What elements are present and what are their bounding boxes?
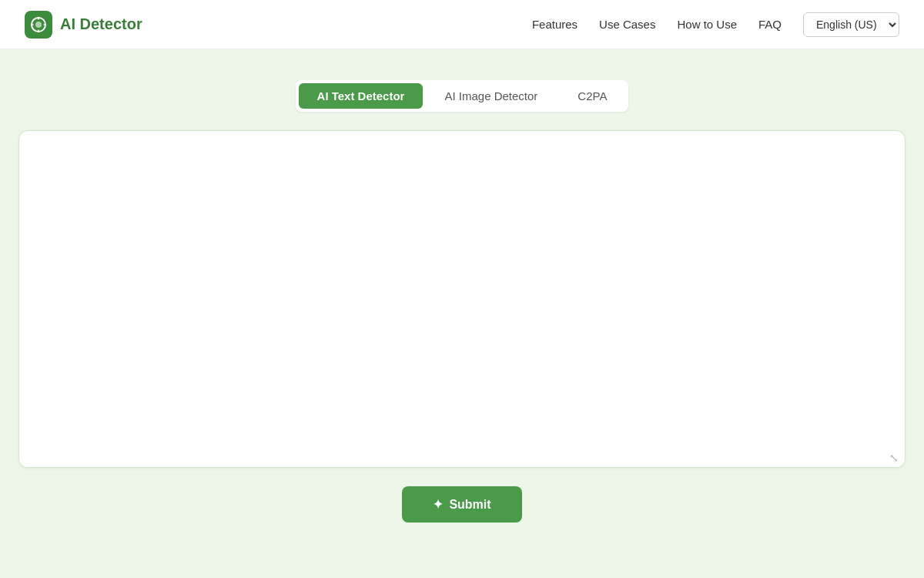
nav-faq[interactable]: FAQ	[758, 18, 782, 31]
header-nav: Features Use Cases How to Use FAQ Englis…	[532, 12, 899, 37]
textarea-wrapper: ⤡	[18, 130, 906, 468]
resize-icon: ⤡	[889, 452, 899, 464]
svg-point-1	[35, 22, 42, 28]
logo-icon	[25, 11, 52, 39]
nav-how-to-use[interactable]: How to Use	[677, 18, 737, 31]
main-content: AI Text Detector AI Image Detector C2PA …	[0, 49, 924, 578]
language-selector[interactable]: English (US) Spanish French German Chine…	[803, 12, 899, 37]
text-input[interactable]	[19, 131, 905, 445]
tab-c2pa[interactable]: C2PA	[559, 83, 625, 109]
tab-ai-image[interactable]: AI Image Detector	[426, 83, 556, 109]
nav-use-cases[interactable]: Use Cases	[599, 18, 655, 31]
submit-button[interactable]: ✦ Submit	[402, 486, 521, 523]
nav-features[interactable]: Features	[532, 18, 578, 31]
logo-svg	[30, 16, 47, 33]
tabs-container: AI Text Detector AI Image Detector C2PA	[296, 80, 629, 112]
tab-ai-text[interactable]: AI Text Detector	[299, 83, 424, 109]
submit-label: Submit	[449, 498, 490, 512]
sparkle-icon: ✦	[433, 497, 443, 512]
logo-text: AI Detector	[60, 15, 142, 33]
resize-handle: ⤡	[19, 449, 905, 467]
logo-container: AI Detector	[25, 11, 142, 39]
header: AI Detector Features Use Cases How to Us…	[0, 0, 924, 49]
